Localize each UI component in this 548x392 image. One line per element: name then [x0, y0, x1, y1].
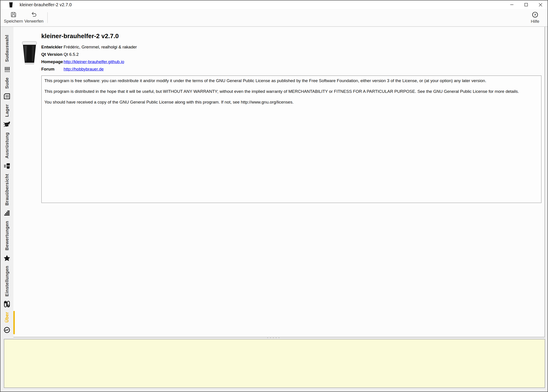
tab-label: Einstellungen — [4, 266, 10, 296]
bar-chart-icon — [4, 210, 10, 217]
tab-sudauswahl[interactable]: Sudauswahl — [0, 33, 13, 75]
window-title: kleiner-brauhelfer-2 v2.7.0 — [20, 2, 72, 7]
license-paragraph-1: This program is free software: you can r… — [44, 78, 538, 84]
app-logo-beer-glass — [22, 41, 37, 66]
tab-label: Lager — [4, 104, 10, 117]
equipment-icon — [4, 163, 10, 169]
discard-button[interactable]: Verwerfen — [24, 10, 44, 25]
tab-einstellungen[interactable]: Einstellungen — [0, 264, 13, 310]
close-button[interactable] — [533, 0, 548, 9]
title-bar: kleiner-brauhelfer-2 v2.7.0 — [0, 0, 548, 9]
info-label: Homepage — [41, 59, 63, 64]
forum-link[interactable]: http://hobbybrauer.de — [63, 67, 104, 72]
tab-sude[interactable]: Sude — [0, 75, 13, 102]
minimize-button[interactable] — [505, 0, 519, 9]
homepage-link[interactable]: http://kleiner-brauhelfer.github.io — [63, 59, 124, 64]
info-value: Qt 6.5.2 — [63, 52, 79, 57]
sidebar-tabbar: Sudauswahl Sude — [0, 27, 13, 392]
tab-ueber[interactable]: Über — [0, 310, 13, 336]
window-controls — [505, 0, 548, 9]
info-icon — [4, 327, 10, 333]
document-icon — [4, 93, 10, 100]
info-row-qt-version: Qt Version Qt 6.5.2 — [41, 51, 137, 58]
discard-label: Verwerfen — [24, 19, 43, 24]
toolbar-separator — [47, 12, 48, 23]
save-label: Speichern — [4, 19, 23, 24]
save-button[interactable]: Speichern — [3, 10, 24, 25]
active-tab-indicator — [13, 311, 15, 335]
beer-glass-icon — [8, 1, 13, 8]
about-page: kleiner-brauhelfer-2 v2.7.0 Entwickler F… — [13, 27, 545, 337]
info-label: Forum — [41, 67, 63, 72]
help-label: Hilfe — [531, 19, 539, 24]
tab-label: Brauübersicht — [4, 174, 10, 205]
close-icon — [539, 3, 542, 7]
hops-icon — [4, 121, 10, 128]
maximize-icon — [524, 3, 528, 7]
toggles-icon — [4, 301, 10, 308]
maximize-button[interactable] — [519, 0, 533, 9]
star-icon — [4, 255, 10, 261]
tab-label: Sude — [4, 77, 10, 89]
info-value: Frédéric, Gremmel, realholgi & rakader — [63, 45, 137, 49]
tab-lager[interactable]: Lager — [0, 102, 13, 130]
tab-label: Bewertungen — [4, 221, 10, 250]
splitter-handle[interactable]: ····· — [0, 336, 548, 339]
svg-text:?: ? — [534, 13, 536, 16]
license-text-box[interactable]: This program is free software: you can r… — [41, 75, 541, 203]
list-icon — [4, 66, 10, 73]
undo-arrow-icon — [31, 12, 37, 18]
floppy-disk-icon — [10, 12, 16, 18]
help-button[interactable]: ? Hilfe — [525, 10, 545, 25]
tab-label: Über — [4, 312, 10, 323]
info-label: Qt Version — [41, 52, 63, 57]
toolbar: Speichern Verwerfen ? Hilfe — [0, 9, 548, 27]
license-paragraph-3: You should have received a copy of the G… — [44, 99, 538, 105]
info-row-entwickler: Entwickler Frédéric, Gremmel, realholgi … — [41, 43, 137, 51]
about-app-title: kleiner-brauhelfer-2 v2.7.0 — [41, 33, 119, 40]
tab-brauuebersicht[interactable]: Brauübersicht — [0, 172, 13, 219]
notes-textarea[interactable] — [4, 339, 545, 388]
app-window: kleiner-brauhelfer-2 v2.7.0 Speichern — [0, 0, 548, 392]
tab-ausruestung[interactable]: Ausrüstung — [0, 130, 13, 172]
license-paragraph-2: This program is distributed in the hope … — [44, 89, 538, 94]
tab-bewertungen[interactable]: Bewertungen — [0, 219, 13, 264]
info-label: Entwickler — [41, 45, 63, 49]
tab-label: Ausrüstung — [4, 132, 10, 158]
circled-question-mark-icon: ? — [532, 12, 538, 18]
info-row-forum: Forum http://hobbybrauer.de — [41, 65, 137, 73]
minimize-icon — [510, 3, 514, 7]
info-row-homepage: Homepage http://kleiner-brauhelfer.githu… — [41, 58, 137, 65]
tab-label: Sudauswahl — [4, 35, 10, 62]
about-info-rows: Entwickler Frédéric, Gremmel, realholgi … — [41, 43, 137, 73]
